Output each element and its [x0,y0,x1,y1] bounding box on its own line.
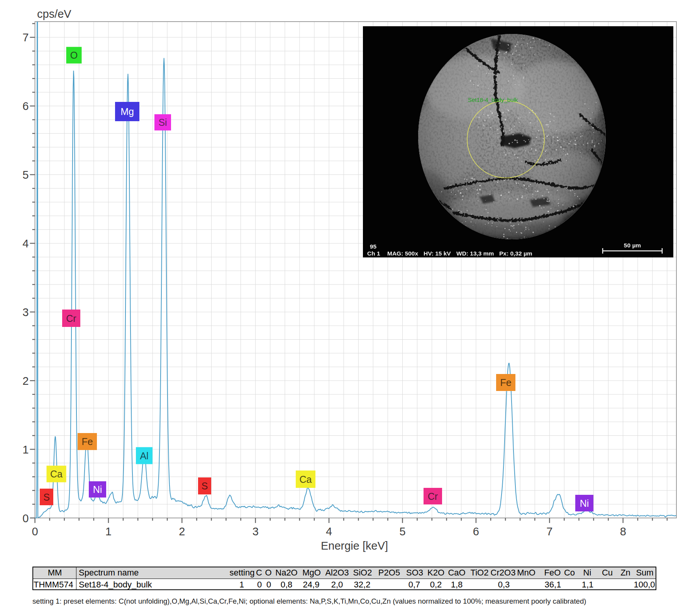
svg-text:4: 4 [22,237,29,250]
svg-text:0: 0 [22,512,29,525]
svg-text:Set18-4_body_bulk: Set18-4_body_bulk [468,96,518,103]
svg-text:S: S [43,492,50,503]
svg-text:8: 8 [620,525,626,538]
svg-text:2: 2 [22,375,29,387]
svg-text:Ni: Ni [93,484,102,495]
svg-text:1: 1 [105,525,112,538]
svg-text:Ni: Ni [580,498,589,509]
svg-text:Cr: Cr [66,313,76,324]
svg-text:4: 4 [326,525,332,538]
svg-text:3: 3 [252,525,259,538]
svg-text:Ch 1: Ch 1 [367,250,380,257]
svg-text:50 µm: 50 µm [624,242,641,249]
svg-text:O: O [70,50,78,61]
svg-text:Energie [keV]: Energie [keV] [321,540,388,552]
svg-text:Al: Al [140,450,148,461]
svg-text:MAG: 500x: MAG: 500x [387,250,418,257]
svg-text:7: 7 [22,31,29,44]
svg-text:2: 2 [179,525,185,538]
svg-text:cps/eV: cps/eV [37,8,71,20]
svg-text:6: 6 [22,100,29,112]
svg-text:0: 0 [32,525,38,538]
svg-text:Fe: Fe [81,436,93,447]
svg-text:Ca: Ca [50,469,63,479]
svg-text:5: 5 [22,169,29,181]
svg-text:6: 6 [473,525,479,538]
svg-text:Px: 0,32 µm: Px: 0,32 µm [499,250,532,257]
svg-text:3: 3 [22,306,29,318]
svg-text:95: 95 [370,243,377,250]
svg-text:Fe: Fe [500,377,511,388]
svg-text:7: 7 [546,525,552,538]
svg-text:WD: 13,3 mm: WD: 13,3 mm [456,250,494,257]
svg-text:Ca: Ca [300,474,312,485]
svg-text:S: S [202,481,208,491]
svg-text:1: 1 [22,443,29,456]
svg-text:Mg: Mg [120,106,134,117]
svg-text:Si: Si [158,117,167,128]
svg-text:HV: 15 kV: HV: 15 kV [424,250,451,257]
svg-text:5: 5 [399,525,405,538]
svg-text:Cr: Cr [428,491,438,502]
